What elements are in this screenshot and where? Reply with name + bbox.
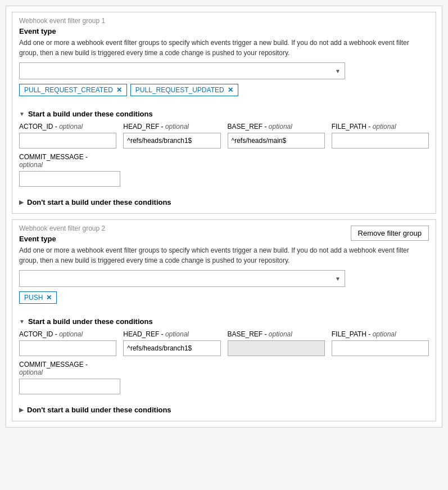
field-input-base_ref[interactable] — [228, 340, 325, 356]
tags-row: PUSH✕ — [19, 291, 429, 304]
field-label-3: FILE_PATH - optional — [332, 330, 429, 338]
field-group-head_ref: HEAD_REF - optional — [123, 123, 220, 149]
field-group-actor_id: ACTOR_ID - optional — [19, 123, 116, 149]
field-input-actor_id[interactable] — [19, 133, 116, 149]
start-conditions-header[interactable]: ▼Start a build under these conditions — [12, 105, 436, 123]
field-group-base_ref: BASE_REF - optional — [228, 330, 325, 356]
tag-remove-button[interactable]: ✕ — [228, 87, 233, 93]
dont-start-conditions-label: Don't start a build under these conditio… — [27, 406, 171, 414]
commit-message-section: COMMIT_MESSAGE -optional — [12, 153, 436, 194]
tags-row: PULL_REQUEST_CREATED✕PULL_REQUEST_UPDATE… — [19, 84, 429, 96]
field-input-file_path[interactable] — [332, 340, 429, 356]
field-label-1: HEAD_REF - optional — [123, 123, 220, 131]
field-input-actor_id[interactable] — [19, 340, 116, 356]
remove-filter-group-button[interactable]: Remove filter group — [351, 226, 429, 241]
dont-start-arrow-icon: ▶ — [19, 199, 24, 205]
field-label-3: FILE_PATH - optional — [332, 123, 429, 131]
field-label-1: HEAD_REF - optional — [123, 330, 220, 338]
page-container: Webhook event filter group 1Event typeAd… — [6, 6, 442, 428]
commit-message-label: COMMIT_MESSAGE -optional — [19, 361, 429, 376]
field-group-file_path: FILE_PATH - optional — [332, 330, 429, 356]
field-group-head_ref: HEAD_REF - optional — [123, 330, 220, 356]
field-input-file_path[interactable] — [332, 133, 429, 149]
start-conditions-arrow-icon: ▼ — [19, 318, 25, 325]
field-label-2: BASE_REF - optional — [228, 330, 325, 338]
start-conditions-fields: ACTOR_ID - optionalHEAD_REF - optionalBA… — [12, 123, 436, 153]
field-input-head_ref[interactable] — [123, 340, 220, 356]
field-group-file_path: FILE_PATH - optional — [332, 123, 429, 149]
event-tag-1: PULL_REQUEST_UPDATED✕ — [130, 84, 238, 96]
event-tag-0: PUSH✕ — [19, 291, 57, 304]
start-conditions-arrow-icon: ▼ — [19, 111, 25, 117]
tag-label: PULL_REQUEST_UPDATED — [135, 86, 224, 94]
event-type-dropdown-wrapper: ▼ — [19, 270, 345, 287]
dont-start-conditions-header[interactable]: ▶Don't start a build under these conditi… — [12, 194, 436, 213]
start-conditions-label: Start a build under these conditions — [28, 110, 153, 118]
filter-group-1: Webhook event filter group 1Event typeAd… — [12, 12, 436, 214]
commit-message-input[interactable] — [19, 379, 120, 394]
tag-label: PULL_REQUEST_CREATED — [24, 86, 113, 94]
dont-start-conditions-header[interactable]: ▶Don't start a build under these conditi… — [12, 401, 436, 421]
field-group-base_ref: BASE_REF - optional — [228, 123, 325, 149]
tag-label: PUSH — [24, 294, 43, 302]
field-input-head_ref[interactable] — [123, 133, 220, 149]
event-type-dropdown[interactable] — [19, 270, 345, 287]
field-input-base_ref[interactable] — [228, 133, 325, 149]
filter-group-header-1: Webhook event filter group 1 — [12, 12, 436, 27]
event-type-dropdown-wrapper: ▼ — [19, 62, 345, 79]
field-group-actor_id: ACTOR_ID - optional — [19, 330, 116, 356]
event-type-label: Event type — [19, 27, 429, 35]
field-label-0: ACTOR_ID - optional — [19, 123, 116, 131]
start-conditions-fields: ACTOR_ID - optionalHEAD_REF - optionalBA… — [12, 330, 436, 361]
dont-start-arrow-icon: ▶ — [19, 407, 24, 413]
tag-remove-button[interactable]: ✕ — [116, 87, 122, 93]
event-tag-0: PULL_REQUEST_CREATED✕ — [19, 84, 127, 96]
filter-group-2: Webhook event filter group 2Remove filte… — [12, 219, 436, 421]
field-label-2: BASE_REF - optional — [228, 123, 325, 131]
event-type-dropdown[interactable] — [19, 62, 345, 79]
start-conditions-header[interactable]: ▼Start a build under these conditions — [12, 313, 436, 330]
dont-start-conditions-label: Don't start a build under these conditio… — [27, 198, 171, 206]
start-conditions-label: Start a build under these conditions — [28, 317, 153, 326]
commit-message-input[interactable] — [19, 171, 120, 187]
event-type-description: Add one or more a webhook event filter g… — [19, 245, 429, 266]
event-type-section-1: Event typeAdd one or more a webhook even… — [12, 27, 436, 105]
tag-remove-button[interactable]: ✕ — [46, 294, 52, 301]
event-type-description: Add one or more a webhook event filter g… — [19, 38, 429, 58]
commit-message-label: COMMIT_MESSAGE -optional — [19, 153, 429, 169]
event-type-section-2: Event typeAdd one or more a webhook even… — [12, 235, 436, 313]
field-label-0: ACTOR_ID - optional — [19, 330, 116, 338]
commit-message-section: COMMIT_MESSAGE -optional — [12, 361, 436, 401]
